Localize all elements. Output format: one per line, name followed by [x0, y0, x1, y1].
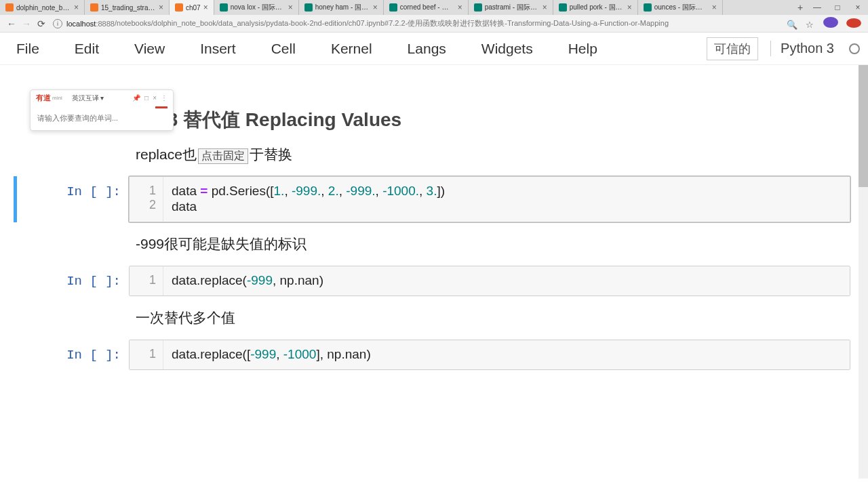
pin-icon[interactable]: 📌	[132, 94, 140, 102]
extension-icon[interactable]	[846, 18, 861, 28]
line-gutter: 1	[130, 340, 163, 369]
tab-close-icon[interactable]: ×	[542, 3, 547, 12]
url-host: localhost	[66, 20, 96, 28]
code-cell[interactable]: In [ ]: 1 data.replace(-999, np.nan)	[17, 266, 859, 296]
kernel-name[interactable]: Python 3	[770, 41, 834, 56]
url-path: /notebooks/dolphin_note_book/data_analys…	[115, 18, 669, 28]
menu-cell[interactable]: Cell	[271, 41, 296, 57]
line-gutter: 1	[130, 266, 163, 296]
markdown-text: 一次替代多个值	[136, 308, 841, 327]
tab-title: pastrami - 国际版 Bing	[485, 3, 540, 12]
input-prompt: In [ ]:	[17, 340, 129, 370]
code-input[interactable]: data.replace(-999, np.nan)	[163, 266, 850, 296]
tab-title: nova lox - 国际版 Bing	[231, 3, 285, 12]
tab-favicon	[220, 3, 228, 12]
menu-insert[interactable]: Insert	[200, 41, 236, 57]
tab-title: 15_trading_strategies	[101, 4, 156, 12]
tab-favicon	[5, 3, 14, 12]
tab-title: pulled pork - 国际版	[570, 3, 625, 12]
code-input[interactable]: data.replace([-999, -1000], np.nan)	[163, 340, 850, 369]
forward-button[interactable]: →	[19, 18, 34, 29]
tab-close-icon[interactable]: ×	[627, 3, 632, 12]
tab-favicon	[644, 3, 652, 12]
tab-favicon	[175, 3, 183, 12]
menu-help[interactable]: Help	[568, 41, 597, 57]
browser-tab[interactable]: nova lox - 国际版 Bing×	[214, 0, 299, 15]
markdown-text: replace也点击固定于替换	[136, 146, 292, 162]
youdao-logo: 有道	[36, 93, 51, 103]
tab-favicon	[474, 3, 482, 12]
tab-close-icon[interactable]: ×	[712, 3, 717, 12]
browser-tab[interactable]: 15_trading_strategies×	[85, 0, 170, 15]
tab-favicon	[90, 3, 98, 12]
site-info-icon[interactable]: i	[53, 19, 62, 28]
section-heading: 7.2.3 替代值 Replacing Values	[136, 107, 841, 133]
menu-file[interactable]: File	[16, 41, 39, 57]
browser-tab[interactable]: pastrami - 国际版 Bing×	[469, 0, 553, 15]
pin-button[interactable]: 点击固定	[198, 148, 248, 164]
url-field[interactable]: i localhost:8888/notebooks/dolphin_note_…	[49, 18, 785, 28]
browser-tab[interactable]: pulled pork - 国际版×	[553, 0, 638, 15]
close-icon[interactable]: ×	[153, 94, 157, 102]
tab-close-icon[interactable]: ×	[203, 3, 208, 12]
kernel-status-icon	[849, 43, 860, 54]
new-tab-button[interactable]: +	[793, 2, 807, 13]
youdao-mode-select[interactable]: 英汉互译 ▾	[72, 94, 104, 103]
reload-button[interactable]: ⟳	[34, 18, 49, 29]
youdao-popup[interactable]: 有道 mini 英汉互译 ▾ 📌 □ × ⋮	[30, 89, 174, 131]
youdao-accent-bar	[155, 106, 167, 108]
tab-favicon	[559, 3, 567, 12]
window-close-icon[interactable]: ×	[848, 3, 868, 12]
tab-close-icon[interactable]: ×	[373, 3, 378, 12]
code-input[interactable]: data = pd.Series([1., -999., 2., -999., …	[163, 177, 850, 222]
back-button[interactable]: ←	[4, 18, 19, 29]
expand-icon[interactable]: □	[144, 94, 149, 102]
menu-kernel[interactable]: Kernel	[331, 41, 372, 57]
browser-tab-strip: dolphin_note_book/×15_trading_strategies…	[0, 0, 868, 15]
address-bar: ← → ⟳ i localhost:8888/notebooks/dolphin…	[0, 15, 868, 33]
menu-widgets[interactable]: Widgets	[481, 41, 533, 57]
profile-avatar[interactable]	[823, 17, 838, 28]
browser-tab[interactable]: ounces - 国际版 Bing×	[638, 0, 723, 15]
browser-tab[interactable]: honey ham - 国际版×	[299, 0, 384, 15]
code-cell[interactable]: In [ ]: 12 data = pd.Series([1., -999., …	[14, 176, 859, 222]
tab-favicon	[389, 3, 397, 12]
tab-close-icon[interactable]: ×	[458, 3, 462, 12]
menu-view[interactable]: View	[134, 41, 165, 57]
tab-title: corned beef - 国际版	[400, 3, 455, 12]
youdao-search-input[interactable]	[37, 114, 166, 122]
tab-title: ch07	[186, 4, 201, 12]
code-cell[interactable]: In [ ]: 1 data.replace([-999, -1000], np…	[17, 340, 859, 370]
more-icon[interactable]: ⋮	[161, 94, 167, 102]
input-prompt: In [ ]:	[17, 266, 129, 296]
markdown-text: -999很可能是缺失值的标识	[136, 235, 841, 253]
bookmark-icon[interactable]: ☆	[802, 20, 817, 30]
menu-langs[interactable]: Langs	[408, 41, 446, 57]
tab-close-icon[interactable]: ×	[159, 3, 163, 12]
input-prompt: In [ ]:	[17, 176, 129, 222]
window-minimize-icon[interactable]: —	[807, 3, 827, 12]
zoom-icon[interactable]: 🔍	[785, 20, 800, 30]
scrollbar-thumb[interactable]	[859, 65, 868, 187]
browser-tab[interactable]: dolphin_note_book/×	[0, 0, 85, 15]
tab-close-icon[interactable]: ×	[74, 3, 79, 12]
browser-tab[interactable]: ch07×	[170, 0, 214, 15]
menu-edit[interactable]: Edit	[75, 41, 99, 57]
line-gutter: 12	[130, 177, 163, 222]
tab-close-icon[interactable]: ×	[288, 3, 293, 12]
tab-title: ounces - 国际版 Bing	[654, 3, 709, 12]
trusted-indicator[interactable]: 可信的	[707, 37, 758, 60]
window-maximize-icon[interactable]: □	[827, 3, 848, 12]
url-port: :8888	[96, 20, 115, 28]
tab-title: honey ham - 国际版	[315, 3, 370, 12]
tab-favicon	[304, 3, 313, 12]
notebook-menu-bar: FileEditViewInsertCellKernelLangsWidgets…	[0, 33, 868, 65]
browser-tab[interactable]: corned beef - 国际版×	[384, 0, 469, 15]
tab-title: dolphin_note_book/	[16, 4, 71, 12]
youdao-sub: mini	[52, 95, 62, 101]
